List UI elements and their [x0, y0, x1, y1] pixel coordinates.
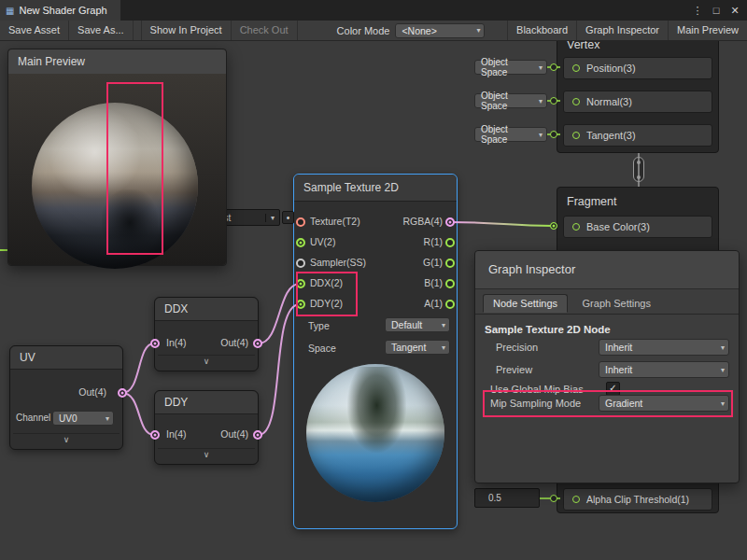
- ddx-out-port-label: Out(4): [220, 337, 248, 348]
- color-mode-dropdown[interactable]: <None>▾: [395, 23, 485, 38]
- block-connector: [633, 157, 644, 182]
- ddy-node[interactable]: DDY ∨: [154, 390, 259, 465]
- port-rgba-out[interactable]: [445, 217, 455, 227]
- ddx-node-title[interactable]: DDX: [155, 298, 258, 321]
- uv-in-label: UV(2): [310, 236, 335, 247]
- port-ddx-node-in[interactable]: [150, 339, 160, 348]
- normal-space-dropdown[interactable]: Object Space▾: [474, 93, 547, 108]
- mip-bias-checkbox[interactable]: ✓: [606, 382, 620, 396]
- save-asset-button[interactable]: Save Asset: [0, 21, 69, 40]
- port-ddy-node-in[interactable]: [150, 430, 160, 440]
- uv-node[interactable]: UV ∨: [9, 345, 123, 450]
- chevron-down-icon: ▾: [476, 26, 480, 35]
- vertex-row-normal[interactable]: Normal(3): [563, 91, 712, 113]
- preview-label: Preview: [496, 364, 532, 375]
- main-preview-sphere: [32, 103, 198, 269]
- show-in-project-button[interactable]: Show In Project: [141, 21, 232, 40]
- tangent-port-dot: [572, 132, 580, 139]
- wire-uv-to-ddy[interactable]: [122, 393, 154, 435]
- tab-graph-settings[interactable]: Graph Settings: [572, 294, 661, 313]
- type-dropdown[interactable]: Default▾: [385, 317, 450, 332]
- toolbar: Save Asset Save As... Show In Project Ch…: [0, 21, 747, 41]
- port-ddy-in[interactable]: [296, 300, 305, 309]
- port-uv-node-out[interactable]: [118, 388, 127, 398]
- object-picker-button[interactable]: •: [282, 211, 294, 224]
- close-icon[interactable]: ✕: [726, 0, 743, 21]
- graph-inspector-panel: Graph Inspector Node Settings Graph Sett…: [474, 250, 740, 483]
- save-as-button[interactable]: Save As...: [69, 21, 134, 40]
- ddy-node-title[interactable]: DDY: [155, 391, 258, 414]
- blackboard-button[interactable]: Blackboard: [507, 21, 577, 40]
- window-controls: ⋮ □ ✕: [689, 0, 747, 21]
- port-texture-in[interactable]: [296, 217, 305, 227]
- sphere-dark-reflection: [102, 189, 159, 256]
- tab-node-settings[interactable]: Node Settings: [483, 294, 568, 313]
- ddx-node[interactable]: DDX ∨: [154, 297, 259, 371]
- ddy-node-collapse[interactable]: ∨: [158, 448, 255, 462]
- port-base-color[interactable]: [550, 222, 557, 230]
- color-mode-label: Color Mode: [324, 25, 396, 36]
- mip-mode-dropdown[interactable]: Gradient▾: [599, 395, 729, 412]
- sample-texture-2d-title[interactable]: Sample Texture 2D: [294, 175, 457, 202]
- alpha-clip-value-field[interactable]: 0.5: [474, 488, 540, 508]
- maximize-icon[interactable]: □: [708, 0, 725, 21]
- space-label: Space: [308, 343, 336, 354]
- document-tab[interactable]: ▦ New Shader Graph: [0, 0, 120, 21]
- port-ddy-node-out[interactable]: [253, 430, 262, 440]
- port-sampler-in[interactable]: [296, 259, 305, 268]
- chevron-down-icon: ▾: [442, 343, 445, 352]
- base-color-label: Base Color(3): [586, 221, 650, 232]
- check-out-button[interactable]: Check Out: [232, 21, 298, 40]
- graph-inspector-button[interactable]: Graph Inspector: [577, 21, 669, 40]
- main-preview-body: [8, 74, 226, 265]
- kebab-menu-icon[interactable]: ⋮: [689, 0, 706, 21]
- tangent-space-dropdown[interactable]: Object Space▾: [474, 127, 547, 142]
- ddy-in-label: DDY(2): [310, 298, 343, 309]
- port-alpha-clip[interactable]: [550, 495, 557, 502]
- fragment-row-alpha-clip[interactable]: Alpha Clip Threshold(1): [563, 488, 712, 511]
- main-preview-header[interactable]: Main Preview: [8, 49, 226, 75]
- preview-dropdown[interactable]: Inherit▾: [599, 361, 729, 378]
- uv-channel-label: Channel: [16, 413, 51, 423]
- node-preview-sphere: [306, 364, 444, 502]
- mip-bias-label: Use Global Mip Bias: [490, 384, 584, 395]
- uv-node-collapse[interactable]: ∨: [13, 433, 120, 447]
- tab-underline: [475, 314, 739, 315]
- position-space-dropdown[interactable]: Object Space▾: [474, 60, 547, 75]
- precision-dropdown[interactable]: Inherit▾: [599, 339, 729, 356]
- vertex-row-tangent[interactable]: Tangent(3): [563, 124, 712, 147]
- a-out-label: A(1): [424, 298, 443, 309]
- port-r-out[interactable]: [445, 238, 455, 247]
- vertex-block[interactable]: Vertex Position(3) Normal(3) Tangent(3): [557, 28, 719, 153]
- port-ddx-in[interactable]: [296, 279, 305, 288]
- port-normal[interactable]: [550, 97, 557, 105]
- port-tangent[interactable]: [550, 131, 557, 138]
- port-b-out[interactable]: [445, 279, 455, 288]
- graph-inspector-header[interactable]: Graph Inspector: [475, 251, 739, 289]
- chevron-down-icon[interactable]: ▾: [265, 214, 279, 222]
- main-preview-button[interactable]: Main Preview: [669, 21, 747, 40]
- port-a-out[interactable]: [445, 300, 455, 309]
- uv-node-title[interactable]: UV: [10, 346, 122, 370]
- shader-graph-window: Vertex Position(3) Normal(3) Tangent(3) …: [0, 0, 747, 560]
- wire-uv-to-ddx[interactable]: [122, 343, 154, 393]
- chevron-down-icon: ▾: [721, 399, 725, 408]
- vertex-row-position[interactable]: Position(3): [563, 57, 712, 79]
- uv-channel-dropdown[interactable]: UV0▾: [52, 411, 114, 426]
- rgba-out-label: RGBA(4): [402, 216, 443, 227]
- port-g-out[interactable]: [445, 259, 455, 268]
- alpha-clip-label: Alpha Clip Threshold(1): [586, 494, 689, 505]
- fragment-row-base-color[interactable]: Base Color(3): [563, 216, 712, 238]
- inspector-node-title: Sample Texture 2D Node: [485, 324, 611, 335]
- port-position[interactable]: [550, 63, 557, 71]
- wire-rgba-to-base-color[interactable]: [450, 222, 553, 226]
- ddx-node-collapse[interactable]: ∨: [158, 355, 255, 369]
- port-ddx-node-out[interactable]: [253, 339, 262, 348]
- position-port-dot: [572, 64, 580, 72]
- port-uv-in[interactable]: [296, 238, 305, 247]
- shader-graph-icon: ▦: [6, 6, 14, 16]
- main-preview-panel: Main Preview: [7, 49, 227, 266]
- title-bar: ▦ New Shader Graph ⋮ □ ✕: [0, 0, 747, 21]
- ddy-out-port-label: Out(4): [220, 428, 248, 440]
- space-dropdown[interactable]: Tangent▾: [385, 340, 450, 355]
